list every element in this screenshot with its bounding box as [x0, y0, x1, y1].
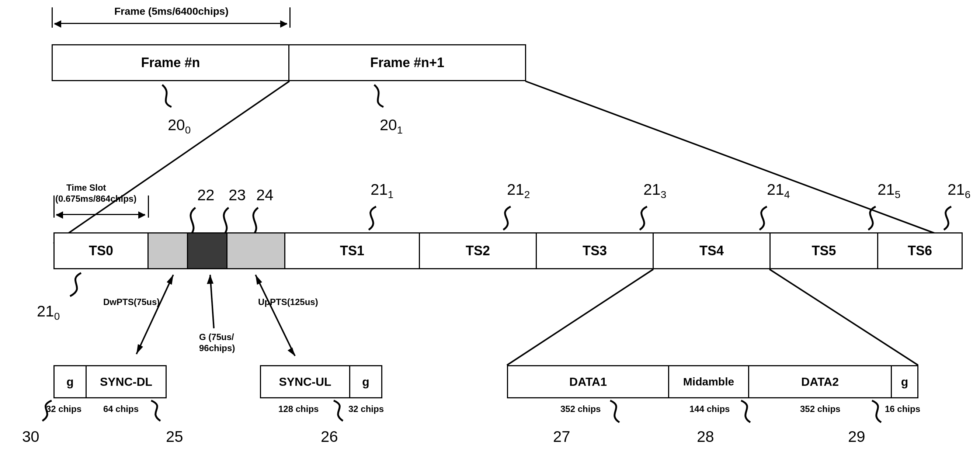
- ref-25: 25: [166, 428, 183, 446]
- burst-data1: DATA1: [507, 365, 669, 398]
- burst-chips-g: 16 chips: [885, 404, 920, 414]
- syncul-g: g: [349, 365, 382, 398]
- burst-data2: DATA2: [748, 365, 892, 398]
- ref-26: 26: [321, 428, 338, 446]
- burst-chips-mid: 144 chips: [689, 404, 730, 414]
- syncdl-g: g: [54, 365, 87, 398]
- syncul-box: SYNC-UL: [260, 365, 350, 398]
- ref-30: 30: [22, 428, 40, 446]
- ref-29: 29: [848, 428, 865, 446]
- burst-chips-d1: 352 chips: [560, 404, 601, 414]
- syncul-chips-s: 128 chips: [278, 404, 318, 414]
- syncul-chips-g: 32 chips: [348, 404, 384, 414]
- burst-chips-d2: 352 chips: [800, 404, 840, 414]
- ref-28: 28: [697, 428, 714, 446]
- burst-midamble: Midamble: [668, 365, 749, 398]
- syncdl-box: SYNC-DL: [86, 365, 167, 398]
- svg-line-11: [770, 269, 918, 365]
- svg-line-10: [507, 269, 653, 365]
- syncdl-chips-s: 64 chips: [103, 404, 138, 414]
- burst-g: g: [891, 365, 918, 398]
- ref-27: 27: [553, 428, 570, 446]
